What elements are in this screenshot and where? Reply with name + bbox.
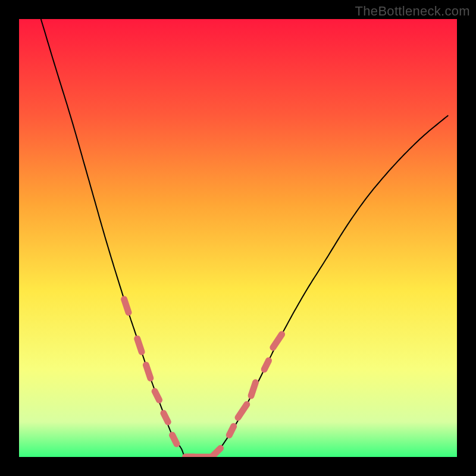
dash-segment (164, 413, 168, 422)
dash-segment (251, 383, 255, 396)
dash-segment (264, 361, 268, 369)
dash-segment (229, 426, 233, 435)
gradient-bg (19, 19, 457, 457)
chart-frame: TheBottleneck.com (0, 0, 476, 476)
dash-segment (146, 365, 150, 378)
dash-segment (124, 299, 129, 312)
bottleneck-chart (19, 19, 457, 457)
dash-segment (155, 392, 159, 400)
plot-area (19, 19, 457, 457)
dash-segment (173, 435, 177, 444)
dash-segment (137, 339, 142, 352)
watermark-text: TheBottleneck.com (355, 4, 470, 19)
